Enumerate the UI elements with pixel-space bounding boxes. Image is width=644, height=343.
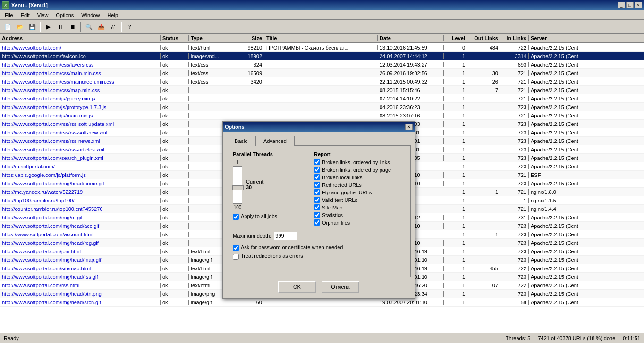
main-table-container: Address Status Type Size Title Date Leve… — [0, 34, 644, 333]
menu-window[interactable]: Window — [77, 11, 103, 19]
report-checkbox-row: Broken local links — [314, 174, 405, 180]
threads-label: Parallel Threads — [233, 151, 308, 157]
save-button[interactable]: 💾 — [26, 21, 38, 33]
start-button[interactable]: ▶ — [42, 21, 54, 33]
report-checkbox-1[interactable] — [314, 167, 320, 173]
report-checkbox-label-3: Redirected URLs — [322, 182, 362, 188]
toolbar: 📄 📂 💾 ▶ ⏸ ⏹ 🔍 📤 🖨 ? — [0, 20, 644, 34]
report-checkbox-3[interactable] — [314, 182, 320, 188]
open-button[interactable]: 📂 — [14, 21, 25, 33]
tab-advanced[interactable]: Advanced — [255, 136, 295, 146]
app-icon: X — [2, 1, 9, 9]
report-checkbox-row: Statistics — [314, 212, 405, 218]
ok-button[interactable]: OK — [278, 281, 316, 293]
report-checkbox-label-6: Site Map — [322, 205, 342, 210]
report-checkbox-label-8: Orphan files — [322, 220, 350, 226]
report-checkbox-label-0: Broken links, ordered by links — [322, 159, 390, 165]
report-checkbox-row: Broken links, ordered by page — [314, 167, 405, 173]
report-checkbox-8[interactable] — [314, 219, 320, 226]
title-bar: X Xenu - [Xenu1] _ □ × — [0, 0, 644, 10]
ask-password-label: Ask for password or certificate when nee… — [241, 244, 343, 251]
report-checkbox-label-1: Broken links, ordered by page — [322, 167, 391, 173]
toolbar-separator-1 — [40, 22, 41, 32]
menu-edit[interactable]: Edit — [17, 11, 34, 19]
current-label: Current: — [246, 179, 265, 184]
pause-button[interactable]: ⏸ — [55, 21, 66, 33]
treat-redirections-checkbox[interactable] — [233, 254, 239, 260]
status-right: Threads: 5 7421 of 40378 URLs (18 %) don… — [504, 335, 642, 341]
report-checkbox-6[interactable] — [314, 204, 320, 210]
tab-basic[interactable]: Basic — [227, 136, 255, 146]
toolbar-separator-2 — [80, 22, 81, 32]
cancel-button[interactable]: Отмена — [322, 281, 359, 293]
report-checkbox-label-4: Ftp and gopher URLs — [322, 190, 372, 195]
thread-slider-thumb[interactable] — [232, 185, 244, 190]
status-time: 0:11:51 — [623, 335, 640, 341]
report-checkbox-row: Broken links, ordered by links — [314, 159, 405, 165]
report-checkboxes: Broken links, ordered by links Broken li… — [314, 159, 405, 226]
threads-max: 100 — [234, 205, 242, 210]
close-button[interactable]: × — [635, 2, 642, 8]
report-checkbox-0[interactable] — [314, 159, 320, 165]
help-button[interactable]: ? — [124, 21, 135, 33]
tab-bar: Basic Advanced — [227, 135, 411, 146]
section-group: Parallel Threads 1 100 — [233, 151, 405, 227]
threads-min: 1 — [236, 160, 239, 165]
app-title: Xenu - [Xenu1] — [11, 2, 48, 8]
status-bar: Ready Threads: 5 7421 of 40378 URLs (18 … — [0, 333, 644, 343]
report-checkbox-row: Orphan files — [314, 219, 405, 226]
max-depth-input[interactable] — [274, 232, 297, 240]
report-checkbox-label-5: Valid text URLs — [322, 197, 357, 203]
new-button[interactable]: 📄 — [2, 21, 13, 33]
menu-help[interactable]: Help — [103, 11, 122, 19]
dialog-overlay: Options × Basic Advanced Parallel Thread… — [0, 34, 644, 333]
report-label: Report — [314, 151, 405, 157]
report-checkbox-5[interactable] — [314, 197, 320, 203]
report-checkbox-2[interactable] — [314, 174, 320, 180]
dialog-title: Options — [225, 124, 245, 130]
report-checkbox-row: Site Map — [314, 204, 405, 210]
report-checkbox-row: Valid text URLs — [314, 197, 405, 203]
menu-view[interactable]: View — [34, 11, 52, 19]
apply-all-label: Apply to all jobs — [241, 213, 277, 219]
dialog-title-bar: Options × — [223, 122, 415, 132]
report-checkbox-7[interactable] — [314, 212, 320, 218]
export-button[interactable]: 📤 — [95, 21, 107, 33]
threads-section: Parallel Threads 1 100 — [233, 151, 308, 227]
max-depth-label: Maximum depth: — [233, 233, 271, 239]
toolbar-separator-3 — [121, 22, 122, 32]
menu-bar: File Edit View Options Window Help — [0, 10, 644, 20]
dialog-content: Basic Advanced Parallel Threads 1 — [223, 132, 415, 298]
status-ready: Ready — [2, 335, 21, 341]
status-progress: 7421 of 40378 URLs (18 %) done — [538, 335, 615, 341]
maximize-button[interactable]: □ — [626, 2, 634, 8]
report-section: Report Broken links, ordered by links Br… — [314, 151, 405, 227]
find-button[interactable]: 🔍 — [83, 21, 94, 33]
report-checkbox-row: Redirected URLs — [314, 182, 405, 188]
report-checkbox-4[interactable] — [314, 189, 320, 195]
print-button[interactable]: 🖨 — [108, 21, 119, 33]
ask-password-checkbox[interactable] — [233, 245, 239, 251]
apply-all-checkbox[interactable] — [233, 214, 239, 220]
current-value: 30 — [246, 184, 265, 190]
dialog-close-button[interactable]: × — [405, 124, 413, 130]
tab-content: Parallel Threads 1 100 — [227, 145, 411, 277]
report-checkbox-label-7: Statistics — [322, 212, 343, 218]
minimize-button[interactable]: _ — [618, 2, 625, 8]
options-dialog: Options × Basic Advanced Parallel Thread… — [222, 121, 415, 299]
dialog-buttons: OK Отмена — [227, 277, 411, 294]
menu-file[interactable]: File — [1, 11, 17, 19]
menu-options[interactable]: Options — [52, 11, 77, 19]
report-checkbox-label-2: Broken local links — [322, 175, 363, 180]
treat-redirections-label: Treat redirections as errors — [241, 253, 303, 259]
stop-button[interactable]: ⏹ — [67, 21, 78, 33]
status-threads: Threads: 5 — [506, 335, 531, 341]
report-checkbox-row: Ftp and gopher URLs — [314, 189, 405, 195]
